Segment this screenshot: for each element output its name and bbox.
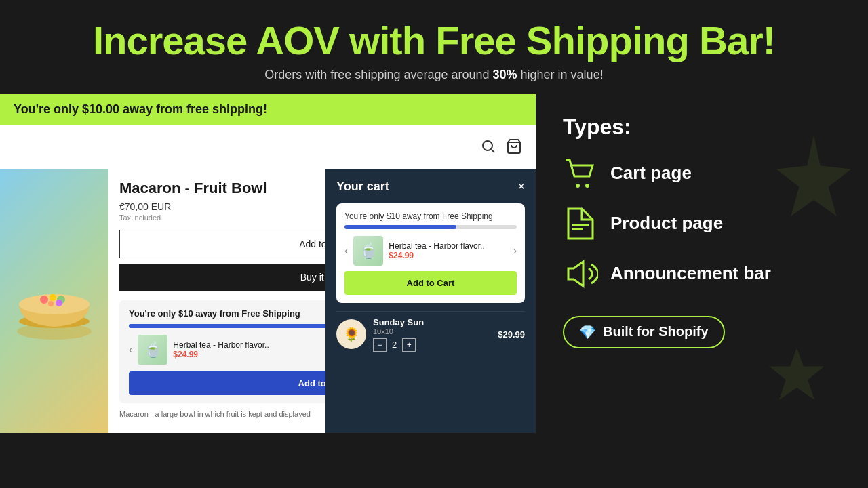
subtitle-end: higher in value! bbox=[517, 68, 604, 81]
type-name-announcement: Announcement bar bbox=[610, 263, 771, 284]
cart-upsell-widget: You're only $10 away from Free Shipping … bbox=[336, 203, 525, 303]
deco-star-1 bbox=[773, 135, 854, 216]
type-name-product: Product page bbox=[610, 213, 723, 234]
cart-item-image: 🌻 bbox=[336, 319, 366, 349]
cart-upsell-row: ‹ 🍵 Herbal tea - Harbor flavor.. $24.99 … bbox=[344, 236, 517, 266]
svg-point-6 bbox=[40, 296, 48, 304]
type-name-cart: Cart page bbox=[610, 163, 692, 184]
cart-icon[interactable] bbox=[506, 138, 522, 155]
header: Increase AOV with Free Shipping Bar! Ord… bbox=[0, 0, 868, 94]
announcement-bar: You're only $10.00 away from free shippi… bbox=[0, 94, 536, 125]
cart-drawer-title: Your cart bbox=[336, 180, 389, 194]
cart-upsell-add-button[interactable]: Add to Cart bbox=[344, 271, 517, 295]
cart-drawer-header: Your cart × bbox=[336, 180, 525, 194]
cart-upsell-product-name: Herbal tea - Harbor flavor.. bbox=[389, 241, 507, 251]
left-panel: You're only $10.00 away from free shippi… bbox=[0, 94, 536, 460]
svg-point-0 bbox=[483, 141, 492, 150]
announcement-bar-text: You're only $10.00 away from free shippi… bbox=[14, 102, 522, 117]
cart-upsell-next[interactable]: › bbox=[513, 245, 517, 257]
svg-point-11 bbox=[576, 184, 580, 188]
cart-item: 🌻 Sunday Sun 10x10 − 2 + $29.99 bbox=[336, 311, 525, 357]
cart-item-name: Sunday Sun bbox=[373, 317, 491, 327]
svg-point-7 bbox=[50, 294, 56, 301]
bowl-illustration bbox=[14, 274, 95, 342]
cart-page-icon bbox=[563, 156, 598, 191]
cart-item-qty-row: − 2 + bbox=[373, 338, 491, 352]
subtitle-text: Orders with free shipping average around bbox=[264, 68, 492, 81]
shopify-badge[interactable]: 💎 Built for Shopify bbox=[563, 316, 725, 348]
svg-line-1 bbox=[492, 150, 494, 152]
upsell-prev-button[interactable]: ‹ bbox=[129, 344, 132, 356]
cart-item-price: $29.99 bbox=[498, 329, 525, 340]
cart-upsell-prev[interactable]: ‹ bbox=[344, 245, 348, 257]
shopify-gem-icon: 💎 bbox=[579, 324, 596, 340]
cart-progress-fill bbox=[344, 225, 456, 229]
header-subtitle: Orders with free shipping average around… bbox=[27, 68, 841, 82]
cart-upsell-image: 🍵 bbox=[353, 236, 383, 266]
store-top-bar bbox=[0, 125, 536, 169]
deco-star-2 bbox=[766, 345, 827, 406]
svg-point-10 bbox=[56, 300, 62, 306]
cart-upsell-info: Herbal tea - Harbor flavor.. $24.99 bbox=[389, 241, 507, 260]
page-title: Increase AOV with Free Shipping Bar! bbox=[27, 19, 841, 62]
cart-progress-bg bbox=[344, 225, 517, 229]
announcement-bar-icon bbox=[563, 256, 598, 291]
product-area: Macaron - Fruit Bowl €70,00 EUR Tax incl… bbox=[0, 169, 536, 433]
search-icon[interactable] bbox=[480, 138, 496, 155]
svg-point-9 bbox=[48, 301, 54, 306]
qty-minus-button[interactable]: − bbox=[373, 338, 387, 352]
qty-value: 2 bbox=[392, 340, 397, 350]
store-icons bbox=[480, 138, 522, 155]
subtitle-bold: 30% bbox=[493, 68, 517, 81]
svg-point-12 bbox=[585, 184, 589, 188]
cart-close-button[interactable]: × bbox=[517, 180, 525, 194]
cart-drawer: Your cart × You're only $10 away from Fr… bbox=[326, 169, 536, 433]
main-layout: You're only $10.00 away from free shippi… bbox=[0, 94, 868, 460]
cart-item-info: Sunday Sun 10x10 − 2 + bbox=[373, 317, 491, 352]
cart-item-variant: 10x10 bbox=[373, 327, 491, 336]
qty-plus-button[interactable]: + bbox=[402, 338, 416, 352]
right-panel: Types: Cart page Product page bbox=[536, 94, 868, 460]
type-item-announcement: Announcement bar bbox=[563, 256, 841, 291]
cart-upsell-title: You're only $10 away from Free Shipping bbox=[344, 211, 517, 221]
upsell-product-image: 🍵 bbox=[138, 335, 167, 365]
cart-upsell-product-price: $24.99 bbox=[389, 251, 507, 260]
shopify-badge-text: Built for Shopify bbox=[603, 324, 709, 340]
product-page-icon bbox=[563, 206, 598, 241]
product-image-area bbox=[0, 169, 108, 433]
